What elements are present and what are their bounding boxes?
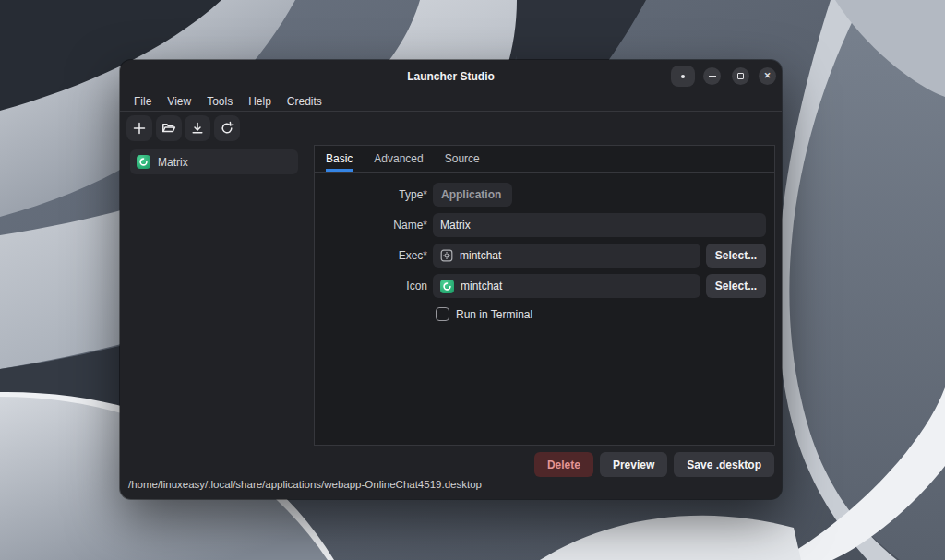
pin-button[interactable] (671, 66, 695, 87)
icon-label: Icon (315, 274, 427, 298)
close-button[interactable]: ✕ (759, 67, 776, 85)
run-in-terminal-label: Run in Terminal (456, 308, 532, 321)
plus-icon (132, 121, 147, 136)
sidebar-item-matrix[interactable]: Matrix (130, 149, 298, 174)
menu-item-tools[interactable]: Tools (207, 95, 233, 108)
tab-advanced[interactable]: Advanced (374, 146, 423, 172)
icon-input-value: mintchat (461, 280, 502, 292)
maximize-button[interactable] (732, 67, 749, 85)
name-label: Name* (315, 213, 427, 237)
refresh-button[interactable] (214, 115, 240, 141)
name-input[interactable]: Matrix (433, 213, 766, 237)
new-entry-button[interactable] (126, 115, 152, 141)
tab-basic[interactable]: Basic (326, 146, 353, 172)
delete-button[interactable]: Delete (534, 452, 593, 477)
menu-item-view[interactable]: View (167, 95, 191, 108)
mintchat-app-icon (137, 155, 150, 169)
type-dropdown-value: Application (441, 188, 501, 201)
save-desktop-button[interactable]: Save .desktop (674, 452, 774, 477)
app-window: Launcher Studio ✕ File View Tools Help C… (120, 60, 782, 499)
sidebar-item-label: Matrix (158, 156, 188, 169)
open-button[interactable] (156, 115, 182, 141)
maximize-icon (737, 73, 744, 79)
dot-icon (681, 75, 685, 78)
type-label: Type* (315, 183, 427, 207)
mintchat-icon (440, 280, 454, 293)
preview-button[interactable]: Preview (600, 452, 667, 477)
close-icon: ✕ (764, 72, 772, 80)
run-in-terminal-checkbox[interactable] (436, 307, 449, 321)
editor-panel: Basic Advanced Source Type* Application … (314, 145, 775, 446)
download-icon (190, 121, 205, 136)
type-dropdown[interactable]: Application (433, 183, 512, 207)
minimize-button[interactable] (703, 67, 721, 85)
exec-select-button[interactable]: Select... (706, 244, 766, 268)
action-bar: Delete Preview Save .desktop (534, 452, 774, 477)
tab-source[interactable]: Source (445, 146, 480, 172)
exec-label: Exec* (315, 244, 427, 268)
folder-open-icon (161, 121, 176, 136)
import-button[interactable] (185, 115, 210, 141)
exec-input[interactable]: mintchat (433, 244, 700, 268)
menu-item-file[interactable]: File (134, 95, 151, 108)
minimize-icon (709, 76, 716, 77)
titlebar[interactable]: Launcher Studio ✕ (120, 60, 782, 92)
tab-bar: Basic Advanced Source (315, 146, 774, 173)
icon-input[interactable]: mintchat (433, 274, 700, 298)
statusbar-path: /home/linuxeasy/.local/share/application… (128, 479, 774, 490)
executable-icon (440, 249, 453, 262)
exec-input-value: mintchat (460, 249, 501, 262)
menubar: File View Tools Help Credits (120, 92, 782, 112)
icon-select-button[interactable]: Select... (706, 274, 766, 298)
menu-item-credits[interactable]: Credits (287, 95, 322, 108)
name-input-value: Matrix (440, 219, 471, 232)
refresh-icon (220, 121, 234, 136)
menu-item-help[interactable]: Help (248, 95, 271, 108)
